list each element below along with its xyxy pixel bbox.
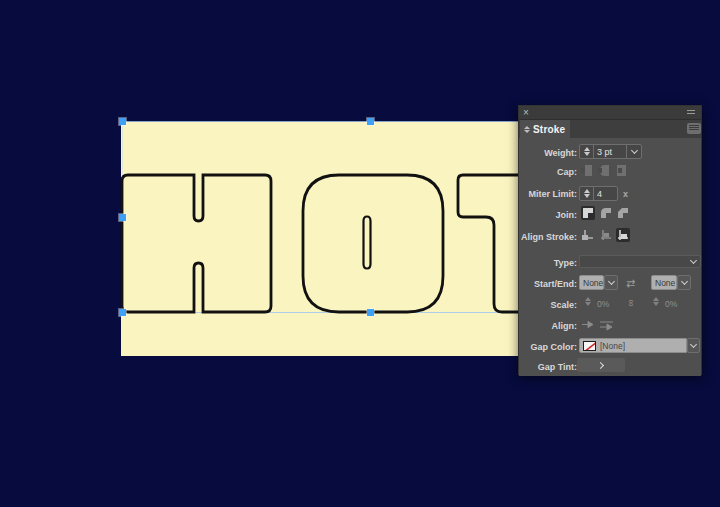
align-label: Align: [519, 319, 577, 333]
selection-handle[interactable] [367, 309, 374, 316]
miter-limit-field[interactable]: 4 [579, 186, 618, 201]
scale-start-value: 0% [597, 298, 609, 310]
collapse-panel-icon[interactable] [687, 110, 695, 116]
panel-body: Weight: 3 pt Cap: Miter Limit: 4 [519, 138, 701, 376]
align-stroke-center-icon[interactable] [581, 228, 595, 242]
cap-round-icon[interactable] [598, 164, 612, 178]
scale-end-stepper [649, 297, 662, 306]
type-dropdown-chevron[interactable] [686, 261, 700, 263]
selection-handle[interactable] [119, 118, 126, 125]
join-round-icon[interactable] [599, 206, 613, 220]
join-miter-icon[interactable] [581, 206, 595, 220]
miter-limit-stepper[interactable] [580, 189, 593, 198]
letter-o-outline [303, 175, 443, 312]
weight-dropdown[interactable] [627, 151, 641, 153]
align-dash-to-corners-icon [581, 319, 595, 333]
gap-tint-label: Gap Tint: [519, 360, 577, 374]
selection-handle[interactable] [119, 214, 126, 221]
weight-label: Weight: [519, 146, 577, 160]
align-stroke-inside-icon[interactable] [599, 228, 613, 242]
selection-handle[interactable] [367, 118, 374, 125]
illustrator-canvas: × Stroke Weight: 3 pt Cap: [0, 0, 720, 507]
align-dash-preserve-icon [599, 319, 613, 333]
scale-start-stepper [581, 297, 594, 306]
gap-tint-dropdown[interactable] [577, 358, 625, 372]
end-arrowhead-chevron[interactable] [677, 275, 691, 290]
close-icon[interactable]: × [523, 106, 529, 119]
selection-handle[interactable] [119, 309, 126, 316]
type-label: Type: [519, 256, 577, 270]
align-stroke-label: Align Stroke: [519, 230, 577, 244]
start-arrowhead-value: None [583, 278, 603, 288]
start-arrowhead-chevron[interactable] [604, 275, 618, 290]
weight-value[interactable]: 3 pt [594, 147, 626, 157]
none-color-swatch [583, 341, 596, 351]
gap-color-select[interactable]: [None] [579, 338, 687, 353]
start-arrowhead-select[interactable]: None [579, 275, 604, 290]
gap-color-label: Gap Color: [519, 340, 577, 354]
panel-collapse-icon [524, 126, 530, 133]
stroke-panel: × Stroke Weight: 3 pt Cap: [518, 105, 702, 375]
gap-color-chevron[interactable] [687, 338, 700, 353]
panel-header: × [519, 106, 701, 120]
panel-tab-bar: Stroke [519, 120, 701, 138]
start-end-label: Start/End: [519, 277, 577, 291]
panel-title: Stroke [533, 124, 565, 135]
end-arrowhead-select[interactable]: None [651, 275, 677, 290]
panel-menu-icon[interactable] [687, 123, 701, 134]
letter-h-outline [122, 175, 271, 312]
weight-stepper[interactable] [580, 147, 593, 156]
weight-field[interactable]: 3 pt [579, 144, 642, 159]
cap-label: Cap: [519, 165, 577, 179]
align-stroke-outside-icon[interactable] [616, 228, 630, 242]
join-label: Join: [519, 208, 577, 222]
end-arrowhead-value: None [655, 278, 675, 288]
cap-butt-icon[interactable] [581, 164, 595, 178]
cap-projecting-icon[interactable] [615, 164, 629, 178]
gap-color-value: [None] [600, 341, 625, 351]
join-bevel-icon[interactable] [616, 206, 630, 220]
miter-limit-value[interactable]: 4 [594, 189, 617, 199]
type-dropdown[interactable] [579, 255, 701, 268]
miter-limit-label: Miter Limit: [519, 187, 577, 201]
scale-end-value: 0% [665, 298, 677, 310]
link-scales-icon: ∞ [626, 299, 636, 306]
letter-o-counter [364, 217, 371, 269]
swap-arrowheads-icon[interactable]: ⇄ [626, 277, 635, 289]
miter-limit-suffix: x [623, 189, 628, 199]
tab-stroke[interactable]: Stroke [520, 120, 570, 138]
scale-label: Scale: [519, 298, 577, 312]
